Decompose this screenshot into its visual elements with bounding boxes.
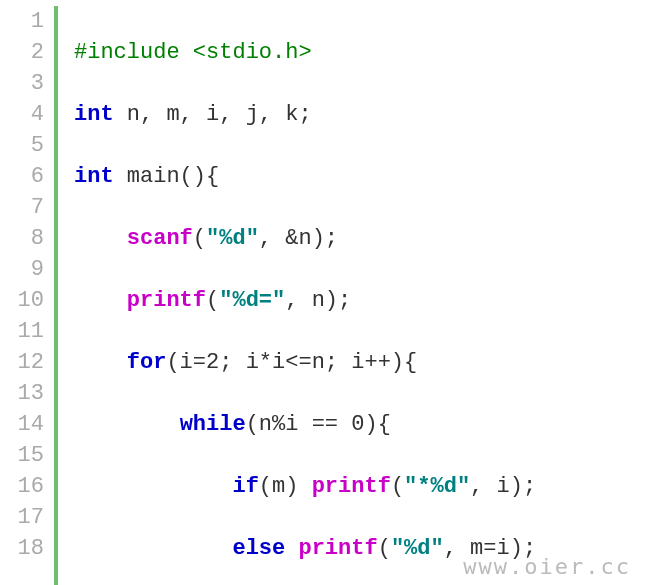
string-literal: "%d=": [219, 288, 285, 313]
function-name: printf: [127, 288, 206, 313]
code-text: , i);: [470, 474, 536, 499]
code-text: (i=2; i*i<=n; i++){: [166, 350, 417, 375]
code-text: (m): [259, 474, 312, 499]
code-text: (: [391, 474, 404, 499]
code-text: (: [378, 536, 391, 561]
line-number: 12: [0, 347, 44, 378]
keyword: if: [232, 474, 258, 499]
indent: [74, 536, 232, 561]
function-name: scanf: [127, 226, 193, 251]
line-number: 11: [0, 316, 44, 347]
code-line: while(n%i == 0){: [74, 409, 536, 440]
code-line: int n, m, i, j, k;: [74, 99, 536, 130]
code-block: 1 2 3 4 5 6 7 8 9 10 11 12 13 14 15 16 1…: [0, 0, 645, 585]
line-number: 8: [0, 223, 44, 254]
code-line: scanf("%d", &n);: [74, 223, 536, 254]
line-number: 10: [0, 285, 44, 316]
line-number: 9: [0, 254, 44, 285]
line-number: 6: [0, 161, 44, 192]
line-number-gutter: 1 2 3 4 5 6 7 8 9 10 11 12 13 14 15 16 1…: [0, 6, 54, 585]
indent: [74, 226, 127, 251]
code-line: int main(){: [74, 161, 536, 192]
line-number: 13: [0, 378, 44, 409]
line-number: 14: [0, 409, 44, 440]
line-number: 15: [0, 440, 44, 471]
indent: [74, 350, 127, 375]
code-line: for(i=2; i*i<=n; i++){: [74, 347, 536, 378]
code-text: (: [206, 288, 219, 313]
indent: [74, 288, 127, 313]
code-text: , n);: [285, 288, 351, 313]
code-text: [285, 536, 298, 561]
line-number: 17: [0, 502, 44, 533]
line-number: 1: [0, 6, 44, 37]
code-content: #include <stdio.h> int n, m, i, j, k; in…: [74, 6, 536, 585]
line-number: 4: [0, 99, 44, 130]
line-number: 16: [0, 471, 44, 502]
string-literal: "*%d": [404, 474, 470, 499]
function-name: printf: [312, 474, 391, 499]
line-number: 7: [0, 192, 44, 223]
code-text: (: [193, 226, 206, 251]
line-number: 2: [0, 37, 44, 68]
code-line: #include <stdio.h>: [74, 37, 536, 68]
code-text: main(){: [114, 164, 220, 189]
line-number: 5: [0, 130, 44, 161]
keyword: else: [232, 536, 285, 561]
string-literal: "%d": [391, 536, 444, 561]
code-text: (n%i == 0){: [246, 412, 391, 437]
function-name: printf: [298, 536, 377, 561]
line-number: 3: [0, 68, 44, 99]
indent: [74, 412, 180, 437]
keyword: for: [127, 350, 167, 375]
code-text: n, m, i, j, k;: [114, 102, 312, 127]
indent: [74, 474, 232, 499]
keyword: int: [74, 164, 114, 189]
keyword: int: [74, 102, 114, 127]
keyword: while: [180, 412, 246, 437]
code-text: , &n);: [259, 226, 338, 251]
preprocessor: #include <stdio.h>: [74, 40, 312, 65]
gutter-bar: [54, 6, 58, 585]
string-literal: "%d": [206, 226, 259, 251]
code-line: if(m) printf("*%d", i);: [74, 471, 536, 502]
line-number: 18: [0, 533, 44, 564]
code-line: printf("%d=", n);: [74, 285, 536, 316]
watermark: www.oier.cc: [463, 554, 631, 579]
